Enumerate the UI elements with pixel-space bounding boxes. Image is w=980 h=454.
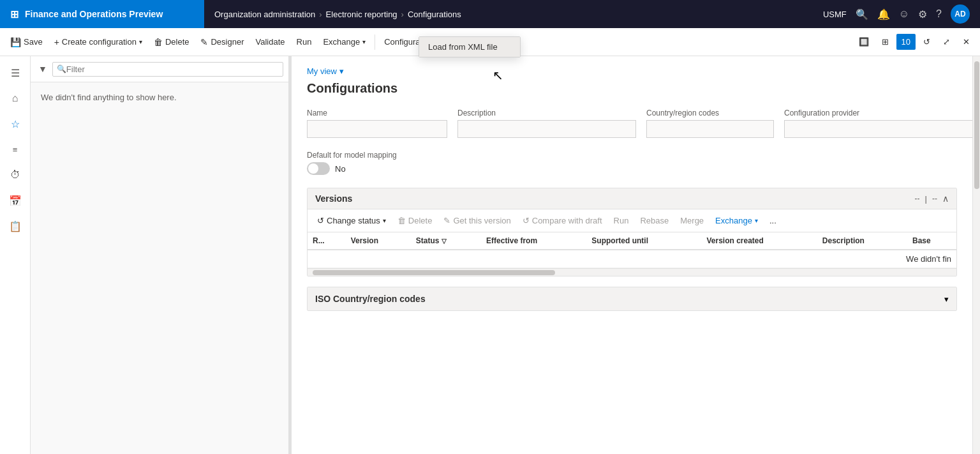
default-mapping-toggle[interactable]: [307, 162, 330, 175]
country-input[interactable]: [646, 120, 774, 138]
country-label: Country/region codes: [646, 109, 774, 117]
iso-chevron: ▾: [944, 294, 949, 304]
col-supported-until[interactable]: Supported until: [586, 232, 701, 250]
create-configuration-button[interactable]: + Create configuration ▾: [49, 34, 147, 50]
col-version-created[interactable]: Version created: [701, 232, 817, 250]
versions-toolbar: ↺ Change status ▾ 🗑 Delete ✎ Get this ve…: [308, 209, 956, 232]
grid-icon[interactable]: ⊞: [10, 8, 19, 20]
compare-icon: ↺: [523, 216, 530, 225]
versions-delete-icon: 🗑: [397, 216, 406, 225]
versions-scrollbar[interactable]: [308, 268, 956, 276]
sidebar-menu-icon[interactable]: ☰: [4, 61, 27, 84]
avatar[interactable]: AD: [951, 4, 970, 24]
validate-button[interactable]: Validate: [251, 34, 290, 50]
left-panel: ▼ 🔍 We didn't find anything to show here…: [31, 56, 289, 454]
save-icon: 💾: [10, 37, 21, 47]
versions-section: Versions -- | -- ∧ ↺ Change status ▾: [307, 188, 957, 276]
provider-label: Configuration provider: [784, 109, 972, 117]
iso-section: ISO Country/region codes ▾: [307, 287, 957, 311]
get-version-button[interactable]: ✎ Get this version: [439, 213, 515, 228]
sidebar-clock-icon[interactable]: ⏱: [4, 163, 27, 186]
default-mapping-group: Default for model mapping No: [307, 151, 957, 175]
col-effective-from[interactable]: Effective from: [481, 232, 586, 250]
no-data-message: We didn't find anything to show here.: [31, 82, 288, 112]
sidebar-calendar-icon[interactable]: 📅: [4, 189, 27, 212]
my-view-bar[interactable]: My view ▾: [307, 66, 957, 76]
filter-toolbar-icon[interactable]: 🔲: [854, 34, 874, 50]
settings-nav-icon[interactable]: ⚙: [918, 8, 927, 20]
save-button[interactable]: 💾 Save: [5, 34, 48, 50]
breadcrumb-chevron-2: ›: [401, 10, 404, 19]
versions-exchange-button[interactable]: Exchange ▾: [711, 213, 762, 228]
breadcrumb-chevron-1: ›: [319, 10, 322, 19]
exchange-toolbar-button[interactable]: Exchange ▾: [318, 34, 371, 50]
search-box: 🔍: [52, 62, 283, 77]
description-input[interactable]: [457, 120, 636, 138]
default-mapping-label: Default for model mapping: [307, 151, 957, 160]
versions-delete-button[interactable]: 🗑 Delete: [393, 213, 437, 228]
rebase-button[interactable]: Rebase: [635, 213, 673, 228]
search-nav-icon[interactable]: 🔍: [856, 8, 868, 20]
status-filter-icon[interactable]: ▽: [442, 238, 447, 245]
filter-button[interactable]: ▼: [36, 61, 50, 77]
compare-draft-button[interactable]: ↺ Compare with draft: [518, 213, 607, 228]
breadcrumb-er[interactable]: Electronic reporting: [326, 10, 397, 19]
delete-button[interactable]: 🗑 Delete: [149, 34, 195, 50]
designer-button[interactable]: ✎ Designer: [195, 34, 249, 50]
change-status-button[interactable]: ↺ Change status ▾: [313, 213, 390, 228]
right-panel-inner: My view ▾ Configurations Name Descriptio…: [292, 56, 972, 321]
right-panel: My view ▾ Configurations Name Descriptio…: [292, 56, 972, 454]
col-version[interactable]: Version: [346, 232, 411, 250]
nav-right: USMF 🔍 🔔 ☺ ⚙ ? AD: [813, 4, 980, 24]
name-field-group: Name: [307, 109, 447, 138]
versions-title: Versions: [315, 193, 352, 204]
versions-more-button[interactable]: ...: [765, 213, 781, 228]
page-title: Configurations: [307, 81, 957, 96]
left-panel-toolbar: ▼ 🔍: [31, 56, 288, 82]
sidebar-lines-icon[interactable]: ≡: [4, 138, 27, 161]
versions-collapse-icon[interactable]: ∧: [942, 193, 949, 204]
right-scrollbar-thumb[interactable]: [974, 61, 979, 189]
versions-run-button[interactable]: Run: [609, 213, 634, 228]
layout-icon[interactable]: ⊞: [877, 34, 894, 50]
sidebar-list-icon[interactable]: 📋: [4, 215, 27, 238]
bell-icon[interactable]: 🔔: [877, 8, 890, 20]
load-xml-item[interactable]: Load from XML file: [419, 37, 520, 57]
expand-icon[interactable]: ⤢: [938, 34, 955, 50]
versions-table: R... Version Status ▽ Effective from Sup…: [308, 232, 956, 268]
col-r[interactable]: R...: [308, 232, 346, 250]
col-description[interactable]: Description: [817, 232, 907, 250]
country-field-group: Country/region codes: [646, 109, 774, 138]
breadcrumb-config[interactable]: Configurations: [408, 10, 461, 19]
top-nav: ⊞ Finance and Operations Preview Organiz…: [0, 0, 980, 28]
sidebar-home-icon[interactable]: ⌂: [4, 87, 27, 110]
help-icon[interactable]: ?: [936, 8, 942, 20]
name-input[interactable]: [307, 120, 447, 138]
col-status[interactable]: Status ▽: [411, 232, 481, 250]
description-label: Description: [457, 109, 636, 117]
scrollbar-thumb[interactable]: [313, 270, 555, 275]
create-icon: +: [54, 37, 59, 47]
close-button[interactable]: ✕: [958, 34, 975, 50]
provider-input[interactable]: [784, 120, 972, 138]
form-row-1: Name Description Country/region codes Co…: [307, 109, 957, 138]
filter-input[interactable]: [66, 64, 279, 74]
iso-section-header[interactable]: ISO Country/region codes ▾: [308, 287, 956, 310]
iso-title: ISO Country/region codes: [315, 294, 426, 304]
refresh-icon[interactable]: ↺: [918, 34, 935, 50]
merge-button[interactable]: Merge: [676, 213, 708, 228]
breadcrumb-org[interactable]: Organization administration: [214, 10, 315, 19]
run-toolbar-button[interactable]: Run: [292, 34, 317, 50]
delete-icon: 🗑: [154, 37, 163, 47]
versions-exchange-dropdown-icon: ▾: [755, 217, 758, 224]
smiley-icon[interactable]: ☺: [899, 8, 909, 20]
designer-icon: ✎: [200, 37, 208, 47]
col-base[interactable]: Base: [907, 232, 956, 250]
right-scrollbar[interactable]: [972, 56, 980, 454]
versions-section-header[interactable]: Versions -- | -- ∧: [308, 188, 956, 209]
table-header-row: R... Version Status ▽ Effective from Sup…: [308, 232, 956, 250]
username: USMF: [823, 10, 847, 19]
sidebar-star-icon[interactable]: ☆: [4, 112, 27, 135]
toggle-knob: [308, 163, 318, 174]
badge-icon[interactable]: 10: [896, 34, 916, 50]
